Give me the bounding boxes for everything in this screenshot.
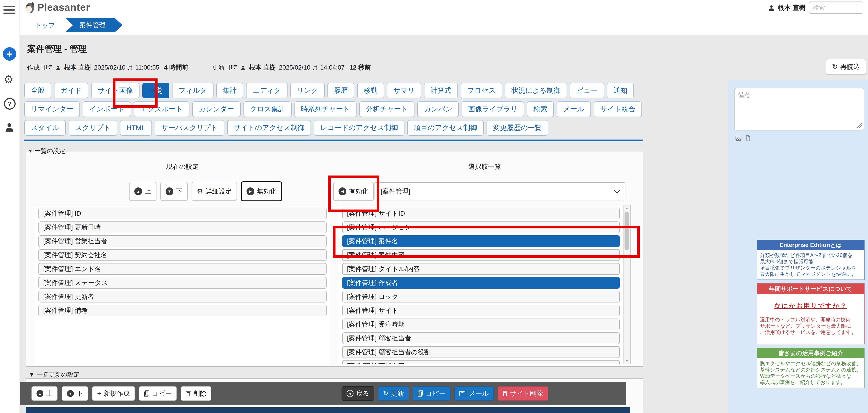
list-item[interactable]: [案件管理] ID (38, 208, 327, 219)
list-item[interactable]: [案件管理] サイトID (342, 208, 620, 219)
tab-search[interactable]: 検索 (527, 101, 554, 117)
list-item[interactable]: [案件管理] 商談内容 (342, 360, 620, 364)
image-icon[interactable] (735, 135, 742, 142)
toolbar-up-button[interactable]: ▲ 上 (31, 386, 58, 401)
tab-notification[interactable]: 通知 (607, 83, 634, 98)
tab-import[interactable]: インポート (83, 101, 131, 117)
advanced-settings-button[interactable]: ⚙ 詳細設定 (192, 182, 237, 201)
tab-analysis-chart[interactable]: 分析チャート (359, 101, 414, 117)
tab-record-access-control[interactable]: レコードのアクセス制御 (314, 120, 404, 136)
app-logo[interactable]: Pleasanter (23, 1, 90, 14)
enable-button[interactable]: ◀ 有効化 (333, 182, 374, 201)
list-item[interactable]: [案件管理] 契約会社名 (38, 249, 327, 261)
list-item[interactable]: [案件管理] ステータス (38, 277, 327, 288)
toolbar-create-button[interactable]: + 新規作成 (92, 386, 135, 401)
list-item[interactable]: [案件管理] 顧客担当者 (342, 333, 620, 344)
site-delete-button[interactable]: サイト削除 (498, 386, 548, 401)
promo-body: なにかお困りですか？ 運用中のトラブル対応や、開発時の技術 サポートなど、プリザ… (757, 294, 864, 344)
tab-kanban[interactable]: カンバン (417, 101, 459, 117)
tab-export[interactable]: エクスポート (134, 101, 189, 117)
tab-history[interactable]: 履歴 (328, 83, 354, 98)
copy-site-button[interactable]: コピー (413, 386, 450, 401)
tab-time-series[interactable]: 時系列チャート (294, 101, 356, 117)
list-item[interactable]: [案件管理] 更新者 (38, 291, 327, 303)
tab-list[interactable]: 一覧 (142, 83, 169, 98)
choices-table-select[interactable]: [案件管理] (375, 182, 625, 200)
tab-column-access-control[interactable]: 項目のアクセス制御 (407, 120, 484, 136)
tab-formula[interactable]: 計算式 (424, 83, 458, 98)
list-item[interactable]: [案件管理] 案件内容 (342, 249, 620, 261)
promo-enterprise-edition[interactable]: Enterprise Editionとは 分類や数値など各項目A〜Zまでの26個… (757, 240, 865, 280)
reload-button[interactable]: ↻ 再読込 (826, 59, 866, 74)
file-icon[interactable] (745, 135, 751, 142)
create-new-icon[interactable]: + (3, 47, 16, 61)
tab-server-script[interactable]: サーバスクリプト (155, 120, 224, 136)
toolbar-down-button[interactable]: ▼ 下 (62, 386, 88, 401)
move-down-button[interactable]: ▼ 下 (160, 182, 188, 201)
help-icon[interactable]: ? (4, 98, 16, 110)
toolbar-copy-button[interactable]: コピー (139, 386, 177, 401)
tab-html[interactable]: HTML (120, 120, 152, 136)
list-item-selected[interactable]: [案件管理] 作成者 (342, 277, 620, 288)
list-settings-legend[interactable]: ▼ 一覧の設定 (28, 147, 65, 155)
list-item-selected[interactable]: [案件管理] 案件名 (342, 235, 620, 247)
bulk-update-legend[interactable]: ▼ 一括更新の設定 (29, 371, 80, 379)
tab-process[interactable]: プロセス (461, 83, 502, 98)
tab-site-image[interactable]: サイト画像 (91, 83, 139, 98)
promo-support-service[interactable]: 年間サポートサービスについて なにかお困りですか？ 運用中のトラブル対応や、開発… (757, 283, 865, 344)
scrollbar-thumb[interactable] (624, 212, 629, 250)
disable-button[interactable]: ▶ 無効化 (241, 181, 282, 201)
tab-view[interactable]: ビュー (570, 83, 604, 98)
tab-crosstab[interactable]: クロス集計 (244, 101, 292, 117)
circle-right-arrow-icon: ▶ (247, 187, 254, 195)
list-item[interactable]: [案件管理] 受注時期 (342, 318, 620, 330)
list-item[interactable]: [案件管理] ロック (342, 291, 620, 303)
tab-move[interactable]: 移動 (357, 83, 384, 98)
collapse-icon: ▼ (29, 371, 35, 378)
tab-site-access-control[interactable]: サイトのアクセス制御 (227, 120, 311, 136)
settings-gear-icon[interactable]: ⚙ (3, 74, 14, 85)
list-item[interactable]: [案件管理] 顧客担当者の役割 (342, 346, 620, 358)
hamburger-menu-icon[interactable] (3, 6, 15, 15)
tab-summary[interactable]: サマリ (387, 83, 421, 98)
tab-aggregate[interactable]: 集計 (216, 83, 243, 98)
list-item[interactable]: [案件管理] 備考 (38, 305, 327, 316)
tab-general[interactable]: 全般 (24, 83, 51, 98)
list-item[interactable]: [案件管理] タイトル/内容 (342, 263, 620, 275)
current-user[interactable]: 根本 直樹 (768, 0, 806, 15)
toolbar-create-label: 新規作成 (104, 389, 130, 398)
search-input[interactable] (809, 2, 863, 14)
tab-guide[interactable]: ガイド (54, 83, 88, 98)
scrollbar[interactable]: ▲ ▼ (623, 205, 630, 364)
tab-image-library[interactable]: 画像ライブラリ (462, 101, 524, 117)
list-item[interactable]: [案件管理] エンド名 (38, 263, 327, 275)
tab-status-control[interactable]: 状況による制御 (505, 83, 567, 98)
tab-script[interactable]: スクリプト (69, 120, 117, 136)
scroll-down-icon[interactable]: ▼ (624, 359, 630, 363)
update-button[interactable]: ↻ 更新 (378, 386, 409, 401)
tab-style[interactable]: スタイル (24, 120, 66, 136)
tab-mail[interactable]: メール (557, 101, 591, 117)
list-item[interactable]: [案件管理] サイト (342, 305, 620, 316)
toolbar-delete-button[interactable]: 削除 (181, 386, 211, 401)
tab-site-integration[interactable]: サイト統合 (594, 101, 642, 117)
tab-link[interactable]: リンク (290, 83, 324, 98)
memo-textarea[interactable] (734, 88, 864, 131)
breadcrumb-current[interactable]: 案件管理 (65, 18, 122, 32)
move-up-button[interactable]: ▲ 上 (129, 182, 156, 201)
tab-calendar[interactable]: カレンダー (192, 101, 241, 117)
back-button[interactable]: ◀ 戻る (342, 386, 374, 401)
breadcrumb-top-link[interactable]: トップ (35, 15, 55, 35)
tab-change-history[interactable]: 変更履歴の一覧 (487, 120, 548, 136)
list-item[interactable]: [案件管理] 更新日時 (38, 221, 327, 233)
tab-filter[interactable]: フィルタ (172, 83, 214, 98)
created-ago: 4 時間前 (164, 63, 188, 72)
tab-editor[interactable]: エディタ (246, 83, 287, 98)
promo-case-studies[interactable]: 皆さまの活用事例ご紹介 脱エクセルやエクセル連携などの業務改善、 基幹システムな… (757, 348, 865, 388)
account-icon[interactable] (4, 122, 15, 133)
mail-button[interactable]: メール (455, 386, 494, 401)
list-item[interactable]: [案件管理] バージョン (342, 221, 620, 233)
scroll-up-icon[interactable]: ▲ (624, 206, 630, 210)
list-item[interactable]: [案件管理] 営業担当者 (38, 235, 327, 247)
tab-reminder[interactable]: リマインダー (24, 101, 80, 117)
